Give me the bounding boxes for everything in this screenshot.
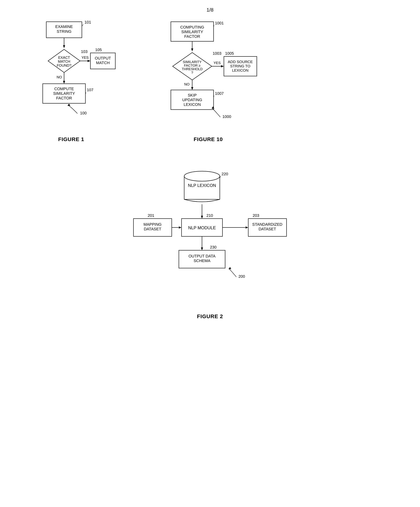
figure10-svg: COMPUTING SIMILARITY FACTOR 1001 SIMILAR… (153, 18, 263, 129)
svg-text:NLP LEXICON: NLP LEXICON (188, 183, 216, 188)
svg-marker-13 (88, 60, 90, 62)
figure2-label: FIGURE 2 (197, 313, 223, 319)
figure2-section: NLP LEXICON 220 NLP MODULE 210 MAPPING D… (11, 164, 409, 319)
svg-text:MAPPING: MAPPING (144, 222, 161, 227)
svg-text:SCHEMA: SCHEMA (194, 259, 210, 263)
svg-text:200: 200 (239, 274, 245, 279)
svg-marker-78 (179, 226, 181, 229)
svg-text:DATASET: DATASET (259, 227, 276, 231)
svg-text:STRING TO: STRING TO (230, 64, 250, 68)
svg-text:203: 203 (253, 213, 259, 218)
svg-text:?: ? (191, 71, 193, 74)
svg-text:YES: YES (82, 56, 89, 59)
svg-text:FACTOR: FACTOR (56, 96, 72, 100)
svg-text:COMPUTING: COMPUTING (180, 25, 204, 29)
svg-text:EXAMINE: EXAMINE (55, 24, 73, 29)
svg-marker-86 (201, 247, 203, 250)
svg-marker-69 (201, 216, 203, 218)
svg-text:UPDATING: UPDATING (182, 98, 202, 102)
svg-text:MATCH: MATCH (58, 59, 70, 63)
svg-text:DATASET: DATASET (144, 227, 161, 231)
figure1-container: EXAMINE STRING 101 EXACT MATCH FOUND? 10… (25, 18, 117, 142)
svg-text:LEXICON: LEXICON (232, 68, 248, 72)
figure2-svg: NLP LEXICON 220 NLP MODULE 210 MAPPING D… (130, 164, 290, 310)
svg-marker-29 (68, 104, 70, 106)
svg-text:1001: 1001 (215, 21, 224, 25)
svg-marker-45 (221, 65, 224, 67)
svg-text:MATCH: MATCH (96, 61, 110, 65)
svg-text:THRESHOLD: THRESHOLD (182, 67, 203, 71)
svg-text:FOUND?: FOUND? (57, 63, 71, 67)
svg-text:EXACT: EXACT (58, 56, 70, 59)
page-number: 1/8 (11, 7, 409, 13)
svg-text:1000: 1000 (222, 114, 231, 119)
figure1-label: FIGURE 1 (58, 136, 84, 142)
figures-top-row: EXAMINE STRING 101 EXACT MATCH FOUND? 10… (11, 18, 409, 142)
svg-text:COMPUTE: COMPUTE (54, 87, 74, 91)
svg-text:100: 100 (80, 111, 87, 115)
svg-text:SKIP: SKIP (188, 93, 197, 98)
svg-text:ADD SOURCE: ADD SOURCE (228, 60, 253, 64)
svg-marker-84 (246, 226, 248, 229)
svg-text:1005: 1005 (225, 51, 234, 56)
svg-marker-92 (229, 267, 231, 269)
svg-marker-20 (63, 81, 65, 84)
svg-text:NLP MODULE: NLP MODULE (188, 225, 216, 230)
figure1-svg: EXAMINE STRING 101 EXACT MATCH FOUND? 10… (25, 18, 117, 129)
svg-text:SIMILARITY: SIMILARITY (183, 60, 202, 64)
svg-text:1007: 1007 (215, 91, 224, 96)
svg-text:107: 107 (87, 88, 93, 92)
svg-text:1003: 1003 (213, 51, 221, 56)
svg-text:210: 210 (207, 213, 213, 218)
figure1-diagram: EXAMINE STRING 101 EXACT MATCH FOUND? 10… (25, 18, 117, 129)
svg-text:NO: NO (57, 75, 62, 79)
svg-text:101: 101 (84, 20, 91, 24)
svg-text:201: 201 (148, 213, 154, 218)
svg-text:STANDARDIZED: STANDARDIZED (252, 222, 282, 227)
svg-text:230: 230 (210, 245, 217, 249)
svg-text:FACTOR ≥: FACTOR ≥ (184, 63, 200, 67)
svg-marker-53 (191, 87, 193, 90)
svg-text:OUTPUT DATA: OUTPUT DATA (188, 254, 215, 258)
svg-point-64 (184, 171, 220, 181)
svg-text:220: 220 (221, 172, 228, 176)
svg-text:103: 103 (81, 49, 88, 54)
svg-text:STRING: STRING (57, 29, 71, 34)
svg-text:OUTPUT: OUTPUT (95, 56, 111, 60)
svg-text:YES: YES (213, 61, 221, 65)
svg-text:105: 105 (95, 48, 102, 52)
svg-text:SIMILARITY: SIMILARITY (53, 91, 75, 96)
svg-text:NO: NO (184, 82, 190, 86)
svg-text:SIMILARITY: SIMILARITY (181, 29, 203, 34)
figure10-container: COMPUTING SIMILARITY FACTOR 1001 SIMILAR… (153, 18, 263, 142)
figure10-label: FIGURE 10 (194, 136, 223, 142)
svg-text:FACTOR: FACTOR (184, 34, 200, 39)
figure10-diagram: COMPUTING SIMILARITY FACTOR 1001 SIMILAR… (153, 18, 263, 129)
svg-marker-6 (63, 45, 65, 48)
svg-text:LEXICON: LEXICON (184, 102, 201, 107)
svg-marker-37 (191, 49, 193, 51)
figure2-diagram: NLP LEXICON 220 NLP MODULE 210 MAPPING D… (130, 164, 290, 306)
